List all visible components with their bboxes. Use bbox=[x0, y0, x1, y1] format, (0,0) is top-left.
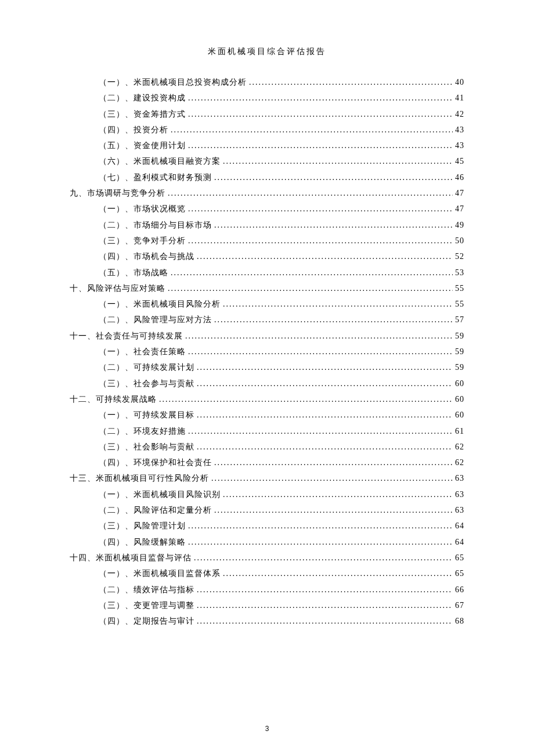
toc-entry-label: （四）、环境保护和社会责任 bbox=[99, 455, 212, 470]
toc-leader-dots bbox=[223, 487, 453, 502]
toc-entry[interactable]: （三）、变更管理与调整67 bbox=[70, 597, 464, 613]
toc-entry[interactable]: （二）、环境友好措施61 bbox=[70, 423, 464, 439]
toc-entry-label: （三）、风险管理计划 bbox=[99, 518, 186, 534]
toc-entry[interactable]: （四）、环境保护和社会责任62 bbox=[70, 455, 464, 470]
toc-entry-page: 53 bbox=[455, 265, 464, 280]
toc-entry-page: 66 bbox=[455, 582, 464, 597]
toc-entry[interactable]: （三）、社会影响与贡献62 bbox=[70, 439, 464, 455]
toc-entry-label: （三）、社会影响与贡献 bbox=[99, 439, 194, 455]
toc-entry[interactable]: （三）、社会参与与贡献60 bbox=[70, 376, 464, 391]
toc-entry[interactable]: 十二、可持续发展战略60 bbox=[70, 391, 464, 407]
toc-leader-dots bbox=[197, 249, 453, 264]
toc-entry[interactable]: （四）、风险缓解策略64 bbox=[70, 534, 464, 550]
toc-entry[interactable]: 十四、米面机械项目监督与评估65 bbox=[70, 550, 464, 566]
toc-entry-page: 64 bbox=[455, 518, 464, 534]
toc-entry-label: 十二、可持续发展战略 bbox=[70, 391, 157, 407]
toc-entry-label: 十一、社会责任与可持续发展 bbox=[70, 328, 183, 344]
toc-entry-page: 42 bbox=[455, 106, 464, 122]
toc-entry[interactable]: （六）、米面机械项目融资方案45 bbox=[70, 153, 464, 169]
toc-leader-dots bbox=[171, 122, 453, 138]
toc-entry-page: 43 bbox=[455, 122, 464, 138]
toc-entry-label: （三）、社会参与与贡献 bbox=[99, 376, 194, 391]
toc-leader-dots bbox=[168, 280, 453, 296]
toc-leader-dots bbox=[197, 376, 453, 391]
toc-entry-label: （二）、风险管理与应对方法 bbox=[99, 312, 212, 327]
toc-entry-page: 55 bbox=[455, 280, 464, 296]
toc-leader-dots bbox=[194, 550, 453, 566]
table-of-contents: （一）、米面机械项目总投资构成分析40（二）、建设投资构成41（三）、资金筹措方… bbox=[70, 74, 464, 629]
toc-entry[interactable]: （一）、社会责任策略59 bbox=[70, 344, 464, 359]
toc-entry[interactable]: 十、风险评估与应对策略55 bbox=[70, 280, 464, 296]
toc-entry[interactable]: （四）、市场机会与挑战52 bbox=[70, 249, 464, 264]
toc-entry[interactable]: （二）、绩效评估与指标66 bbox=[70, 582, 464, 597]
toc-leader-dots bbox=[188, 534, 453, 550]
toc-entry[interactable]: （二）、建设投资构成41 bbox=[70, 90, 464, 106]
toc-entry[interactable]: （一）、市场状况概览47 bbox=[70, 201, 464, 217]
toc-entry-label: 十三、米面机械项目可行性风险分析 bbox=[70, 470, 209, 486]
toc-leader-dots bbox=[197, 582, 453, 597]
toc-entry-page: 46 bbox=[455, 170, 464, 185]
toc-entry-page: 63 bbox=[455, 487, 464, 502]
toc-entry-label: （一）、市场状况概览 bbox=[99, 201, 186, 217]
toc-entry[interactable]: （一）、米面机械项目总投资构成分析40 bbox=[70, 74, 464, 90]
toc-entry-page: 62 bbox=[455, 455, 464, 470]
toc-entry-label: （二）、可持续发展计划 bbox=[99, 359, 194, 375]
toc-entry-label: （七）、盈利模式和财务预测 bbox=[99, 170, 212, 185]
toc-entry[interactable]: （一）、米面机械项目风险分析55 bbox=[70, 296, 464, 312]
toc-leader-dots bbox=[211, 470, 453, 486]
toc-leader-dots bbox=[188, 90, 453, 106]
toc-entry-page: 63 bbox=[455, 470, 464, 486]
toc-entry[interactable]: （五）、资金使用计划43 bbox=[70, 138, 464, 153]
toc-entry-page: 67 bbox=[455, 597, 464, 613]
toc-entry[interactable]: 十三、米面机械项目可行性风险分析63 bbox=[70, 470, 464, 486]
toc-entry[interactable]: （二）、风险管理与应对方法57 bbox=[70, 312, 464, 327]
toc-entry[interactable]: （一）、可持续发展目标60 bbox=[70, 407, 464, 423]
toc-entry[interactable]: （七）、盈利模式和财务预测46 bbox=[70, 170, 464, 185]
toc-entry[interactable]: 九、市场调研与竞争分析47 bbox=[70, 185, 464, 201]
toc-entry-label: （二）、市场细分与目标市场 bbox=[99, 217, 212, 233]
toc-entry[interactable]: （一）、米面机械项目监督体系65 bbox=[70, 566, 464, 581]
toc-entry-label: （三）、变更管理与调整 bbox=[99, 597, 194, 613]
toc-entry[interactable]: （五）、市场战略53 bbox=[70, 265, 464, 280]
toc-entry[interactable]: （三）、风险管理计划64 bbox=[70, 518, 464, 534]
toc-entry-page: 61 bbox=[455, 423, 464, 439]
toc-leader-dots bbox=[188, 344, 453, 359]
toc-leader-dots bbox=[214, 502, 453, 518]
toc-leader-dots bbox=[188, 518, 453, 534]
toc-entry-label: （五）、资金使用计划 bbox=[99, 138, 186, 153]
toc-leader-dots bbox=[223, 566, 453, 581]
toc-entry-label: （四）、市场机会与挑战 bbox=[99, 249, 194, 264]
toc-entry[interactable]: （二）、风险评估和定量分析63 bbox=[70, 502, 464, 518]
toc-leader-dots bbox=[188, 201, 453, 217]
toc-leader-dots bbox=[168, 185, 453, 201]
toc-entry[interactable]: 十一、社会责任与可持续发展59 bbox=[70, 328, 464, 344]
toc-leader-dots bbox=[197, 597, 453, 613]
toc-entry-label: （一）、可持续发展目标 bbox=[99, 407, 194, 423]
toc-entry-page: 59 bbox=[455, 359, 464, 375]
toc-entry-label: （二）、绩效评估与指标 bbox=[99, 582, 194, 597]
toc-entry-label: 九、市场调研与竞争分析 bbox=[70, 185, 165, 201]
toc-entry-label: （一）、米面机械项目监督体系 bbox=[99, 566, 221, 581]
toc-entry[interactable]: （四）、投资分析43 bbox=[70, 122, 464, 138]
toc-entry-page: 52 bbox=[455, 249, 464, 264]
toc-entry-label: （二）、环境友好措施 bbox=[99, 423, 186, 439]
toc-entry-page: 43 bbox=[455, 138, 464, 153]
toc-leader-dots bbox=[188, 423, 453, 439]
toc-leader-dots bbox=[197, 613, 453, 629]
toc-entry[interactable]: （三）、竞争对手分析50 bbox=[70, 233, 464, 249]
toc-leader-dots bbox=[159, 391, 453, 407]
toc-entry[interactable]: （三）、资金筹措方式42 bbox=[70, 106, 464, 122]
toc-entry-page: 63 bbox=[455, 502, 464, 518]
toc-entry-page: 65 bbox=[455, 566, 464, 581]
toc-entry-label: （四）、风险缓解策略 bbox=[99, 534, 186, 550]
toc-entry[interactable]: （四）、定期报告与审计68 bbox=[70, 613, 464, 629]
toc-leader-dots bbox=[188, 106, 453, 122]
toc-entry-page: 64 bbox=[455, 534, 464, 550]
toc-entry[interactable]: （一）、米面机械项目风险识别63 bbox=[70, 487, 464, 502]
page-header-title: 米面机械项目综合评估报告 bbox=[70, 46, 464, 57]
toc-entry-page: 57 bbox=[455, 312, 464, 327]
toc-entry[interactable]: （二）、市场细分与目标市场49 bbox=[70, 217, 464, 233]
toc-entry[interactable]: （二）、可持续发展计划59 bbox=[70, 359, 464, 375]
toc-entry-label: （三）、资金筹措方式 bbox=[99, 106, 186, 122]
toc-leader-dots bbox=[197, 439, 453, 455]
